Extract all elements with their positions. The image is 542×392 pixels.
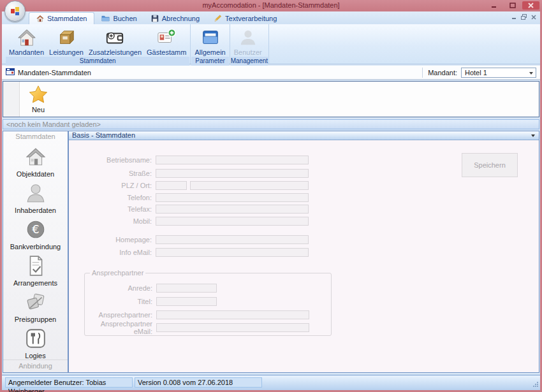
plz-field[interactable]	[156, 181, 187, 190]
ort-field[interactable]	[190, 181, 309, 190]
ribbon-group-caption: Parameter	[191, 57, 228, 66]
ribbon-button-label: Gästestamm	[147, 48, 186, 56]
window-title: myAccomodation - [Mandaten-Stammdaten]	[0, 1, 542, 9]
sidebar-item-arrangements[interactable]: Arrangements	[3, 255, 68, 287]
gaestestamm-button[interactable]: Gästestamm	[144, 25, 189, 57]
ribbon-button-label: Benutzer	[234, 48, 262, 56]
betriebsname-label: Betriebsname:	[69, 156, 152, 164]
tab-buchen[interactable]: Buchen	[94, 12, 143, 24]
tab-label: Buchen	[113, 15, 136, 22]
mdi-close-icon[interactable]	[531, 15, 536, 20]
tab-abrechnung[interactable]: Abrechnung	[144, 12, 207, 24]
ansprechpartner-field[interactable]	[156, 310, 309, 319]
strasse-field[interactable]	[156, 169, 309, 178]
window-controls	[485, 1, 539, 10]
app-menu-orb[interactable]	[4, 1, 26, 22]
svg-text:€: €	[32, 222, 39, 236]
app-logo-icon	[11, 7, 20, 15]
chevron-down-icon	[529, 72, 533, 75]
anrede-label: Anrede:	[89, 284, 152, 292]
sidebar-item-inhaberdaten[interactable]: Inhaberdaten	[3, 182, 68, 214]
titel-field[interactable]	[156, 297, 217, 306]
mobil-field[interactable]	[156, 217, 309, 226]
info-email-field[interactable]	[156, 248, 309, 257]
anrede-field[interactable]	[156, 284, 217, 293]
ribbon-group-stammdaten: Mandanten Leistungen Zusatzleistungen	[5, 24, 191, 64]
neu-button[interactable]: Neu	[24, 82, 53, 117]
status-user: Angemeldeter Benutzer: Tobias Weinberger	[5, 377, 133, 388]
tab-textverarbeitung[interactable]: Textverarbeitung	[207, 12, 284, 24]
sidebar-footer-anbindung[interactable]: Anbindung	[3, 359, 68, 372]
mdi-restore-icon[interactable]	[521, 14, 527, 20]
status-bar: Angemeldeter Benutzer: Tobias Weinberger…	[2, 375, 540, 390]
client-area: Stammdaten Buchen Abrechnung Textverarbe…	[2, 11, 540, 390]
sidebar: Stammdaten Objektdaten Inhaberdaten € Ba…	[3, 131, 68, 373]
document-check-icon	[25, 255, 47, 278]
mandanten-button[interactable]: Mandanten	[6, 25, 47, 57]
ribbon-group-caption: Stammdaten	[6, 57, 189, 66]
tab-label: Stammdaten	[47, 15, 87, 22]
sidebar-item-label: Arrangements	[13, 279, 57, 287]
tab-label: Textverarbeitung	[225, 15, 277, 22]
sidebar-item-label: Inhaberdaten	[15, 207, 56, 214]
speichern-button[interactable]: Speichern	[462, 153, 518, 177]
ribbon-button-label: Allgemein	[194, 48, 225, 56]
leistungen-button[interactable]: Leistungen	[47, 25, 86, 57]
folder-icon	[101, 15, 110, 22]
house-icon	[17, 27, 36, 48]
ribbon-button-label: Mandanten	[9, 48, 44, 56]
mandant-dropdown[interactable]: Hotel 1	[461, 68, 536, 78]
ribbon-group-caption: Management	[231, 57, 268, 66]
maximize-icon[interactable]	[504, 1, 521, 10]
plz-ort-label: PLZ / Ort:	[69, 182, 152, 189]
toolbar-gutter	[3, 82, 20, 117]
tab-label: Abrechnung	[162, 15, 200, 22]
info-bar: <noch kein Mandant geladen>	[3, 119, 539, 129]
minimize-icon[interactable]	[485, 1, 502, 10]
allgemein-button[interactable]: Allgemein	[192, 25, 228, 57]
main-panel: Basis - Stammdaten Speichern Betriebsnam…	[68, 131, 539, 373]
ansprechpartner-email-field[interactable]	[156, 323, 309, 332]
sidebar-item-preisgruppen[interactable]: Preisgruppen	[3, 291, 68, 323]
zusatzleistungen-button[interactable]: Zusatzleistungen	[86, 25, 144, 57]
info-email-label: Info eMail:	[69, 249, 152, 256]
ansprechpartner-label: Ansprechpartner:	[89, 311, 152, 319]
house-icon	[25, 146, 47, 169]
tab-stammdaten[interactable]: Stammdaten	[29, 12, 94, 24]
panel-header-title: Basis - Stammdaten	[72, 131, 135, 139]
homepage-field[interactable]	[156, 235, 309, 244]
telefax-field[interactable]	[156, 205, 309, 214]
sidebar-item-objektdaten[interactable]: Objektdaten	[3, 146, 68, 178]
ribbon-button-label: Leistungen	[49, 48, 84, 56]
sidebar-item-label: Objektdaten	[17, 170, 54, 178]
status-version: Version 0.008 vom 27.06.2018	[135, 377, 262, 388]
ansprechpartner-email-label: Ansprechpartner eMail:	[89, 320, 152, 335]
mandant-label: Mandant:	[428, 69, 457, 76]
sidebar-item-bankverbindung[interactable]: € Bankverbindung	[3, 219, 68, 250]
homepage-label: Homepage:	[69, 236, 152, 243]
telefon-field[interactable]	[156, 193, 309, 202]
neu-label: Neu	[32, 106, 45, 113]
person-icon	[25, 182, 47, 205]
save-icon	[151, 15, 159, 22]
box-icon	[57, 27, 76, 48]
cutlery-icon	[25, 328, 47, 351]
document-icon	[6, 68, 15, 76]
sidebar-item-label: Bankverbindung	[10, 243, 61, 250]
ribbon-group-parameter: Allgemein Parameter	[191, 24, 230, 64]
benutzer-button[interactable]: Benutzer	[231, 25, 265, 57]
ribbon: Mandanten Leistungen Zusatzleistungen	[2, 24, 540, 64]
betriebsname-field[interactable]	[156, 156, 309, 164]
ansprechpartner-legend: Ansprechpartner	[90, 269, 145, 277]
star-icon	[29, 85, 48, 105]
mandant-value: Hotel 1	[465, 69, 487, 76]
panel-header[interactable]: Basis - Stammdaten	[69, 131, 539, 140]
ribbon-tab-strip: Stammdaten Buchen Abrechnung Textverarbe…	[2, 11, 540, 24]
sidebar-item-label: Preisgruppen	[15, 316, 56, 323]
mobil-label: Mobil:	[69, 217, 152, 225]
strasse-label: Straße:	[69, 170, 152, 177]
close-icon[interactable]	[522, 1, 539, 10]
resize-grip[interactable]	[532, 381, 539, 389]
mdi-minimize-icon[interactable]	[511, 15, 516, 20]
sidebar-item-logies[interactable]: Logies	[3, 328, 68, 359]
